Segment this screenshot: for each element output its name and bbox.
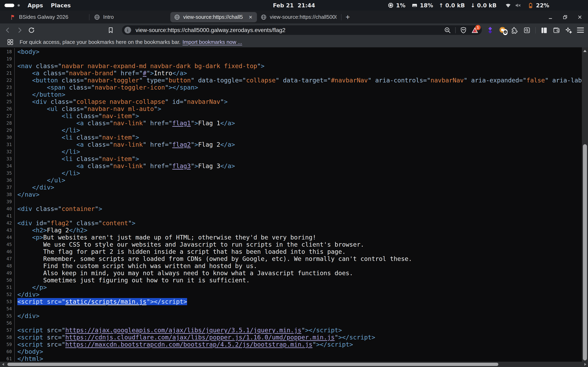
code-token: Sometimes just figuring out how to run i… <box>17 277 250 284</box>
code-line-44: 44 <p>But websites aren't just made up o… <box>0 234 588 241</box>
code-token: " <box>312 341 316 348</box>
memory-indicator[interactable]: 18% <box>411 2 433 9</box>
tab-intro[interactable]: Intro <box>90 12 170 22</box>
site-info-icon[interactable]: i <box>124 27 131 33</box>
scroll-up-arrow-icon[interactable] <box>583 50 587 52</box>
line-number: 40 <box>0 205 15 212</box>
workspace-dot[interactable] <box>17 4 20 7</box>
restore-button[interactable] <box>562 14 568 20</box>
code-link[interactable]: flag3 <box>172 162 191 169</box>
code-link[interactable]: https://ajax.googleapis.com/ajax/libs/jq… <box>65 327 302 334</box>
code-line-29: 29 </li> <box>0 127 588 134</box>
code-link[interactable]: flag1 <box>172 120 191 127</box>
menu-hamburger-icon[interactable] <box>577 27 584 33</box>
purple-gem-extension-icon[interactable] <box>486 26 494 34</box>
scroll-left-arrow-icon[interactable] <box>2 363 4 366</box>
clock[interactable]: Feb 21 21:44 <box>273 2 315 8</box>
address-bar[interactable]: i view-source:https://chall5000.galway.z… <box>122 25 482 35</box>
code-token: " href=" <box>143 141 172 148</box>
code-token: Flag 1 <box>198 120 220 127</box>
blocked-extension-icon[interactable] <box>499 26 506 34</box>
tab-separator <box>341 14 341 20</box>
battery-indicator[interactable]: 22% <box>527 2 549 9</box>
activities-pill[interactable] <box>4 4 14 7</box>
bookmark-icon[interactable] <box>107 26 114 34</box>
vertical-scrollbar-thumb[interactable] <box>583 144 587 360</box>
browser-toolbar: i view-source:https://chall5000.galway.z… <box>0 24 588 37</box>
code-token: </a> <box>220 120 235 127</box>
tab-close-icon[interactable]: × <box>249 14 252 20</box>
code-link[interactable]: https://cdnjs.cloudflare.com/ajax/libs/p… <box>65 334 335 341</box>
code-line-21: 21 <a class="navbar-brand" href="#">Intr… <box>0 70 588 77</box>
memory-percent: 18% <box>420 2 433 8</box>
net-up-indicator[interactable]: ↑ 0.0 kB <box>439 2 465 8</box>
vertical-scrollbar[interactable] <box>582 47 588 362</box>
back-button[interactable] <box>4 26 11 34</box>
cpu-indicator[interactable]: 1% <box>387 2 406 9</box>
system-tray[interactable]: 1% 18% ↑ 0.0 kB ↓ 0.0 kB 22% <box>384 2 549 9</box>
code-link[interactable]: https://maxcdn.bootstrapcdn.com/bootstra… <box>65 341 312 348</box>
net-down-indicator[interactable]: ↓ 0.0 kB <box>471 2 496 8</box>
close-window-icon[interactable] <box>577 14 583 20</box>
import-bookmarks-link[interactable]: Import bookmarks now ... <box>182 39 242 45</box>
reload-button[interactable] <box>28 26 35 34</box>
apps-grid-icon[interactable] <box>7 38 14 46</box>
code-line-46: 46 The flag for part 2 is hidden inside … <box>0 248 588 255</box>
line-number: 37 <box>0 184 15 191</box>
zoom-icon[interactable] <box>444 26 451 34</box>
urlbar-separator <box>455 27 456 33</box>
brave-shield-icon[interactable] <box>460 26 467 34</box>
code-line-31: 31 <a class="nav-link" href="flag2">Flag… <box>0 141 588 148</box>
code-link[interactable]: flag2 <box>172 141 191 148</box>
extensions-puzzle-icon[interactable] <box>511 26 519 34</box>
minimize-button[interactable] <box>548 14 553 20</box>
upload-arrow-icon: ↑ <box>439 2 444 8</box>
wifi-icon[interactable] <box>505 2 512 9</box>
line-number: 38 <box>0 191 15 198</box>
code-line-48: 48 Find the custom script which was writ… <box>0 262 588 269</box>
code-token: navbar-toggler <box>87 77 139 84</box>
code-token: navbarNav <box>187 98 220 105</box>
new-tab-button[interactable]: + <box>346 13 350 21</box>
code-line-58: 58<script src="https://cdnjs.cloudflare.… <box>0 334 588 341</box>
line-number: 25 <box>0 98 15 105</box>
horizontal-scrollbar-thumb[interactable] <box>7 363 498 366</box>
tab-view-source-active[interactable]: view-source:https://chall5 × <box>170 12 257 22</box>
code-link[interactable]: static/scripts/main.js <box>65 298 147 305</box>
menu-places[interactable]: Places <box>51 2 71 8</box>
code-token: class=" <box>62 77 87 84</box>
code-token: #navbarNav <box>331 77 368 84</box>
bookmarks-hint-text: For quick access, place your bookmarks h… <box>20 39 181 45</box>
code-line-24: 24 </button> <box>0 91 588 98</box>
tab-bsides[interactable]: BSides Galway 2026 <box>6 12 88 22</box>
code-token: > <box>224 98 227 105</box>
code-line-30: 30 <li class="nav-item"> <box>0 134 588 141</box>
code-token: </ul> <box>17 177 65 184</box>
code-link[interactable]: # <box>143 70 147 77</box>
code-token: <li <box>17 112 76 120</box>
code-token: class=" <box>76 155 102 162</box>
tab-view-source-2[interactable]: view-source:https://chall5000 <box>257 12 340 22</box>
code-token: " data-toggle=" <box>191 77 246 84</box>
horizontal-scrollbar[interactable] <box>0 362 588 367</box>
line-number: 44 <box>0 234 15 241</box>
code-token: <ul <box>17 105 62 112</box>
leo-ai-sparkles-icon[interactable] <box>565 26 572 34</box>
wallet-icon[interactable] <box>553 26 560 34</box>
view-source-content: 18<body>1920<nav class="navbar navbar-ex… <box>0 47 588 362</box>
sidebar-toggle-icon[interactable] <box>540 26 548 34</box>
forward-button[interactable] <box>16 26 23 34</box>
scroll-right-arrow-icon[interactable] <box>584 363 586 366</box>
battery-percent: 22% <box>536 2 549 8</box>
urlbar-actions: 1 <box>444 26 478 34</box>
code-token: <a <box>17 141 87 148</box>
code-token: " <box>191 141 194 148</box>
code-token: nav-link <box>113 141 143 148</box>
menu-apps[interactable]: Apps <box>27 2 43 8</box>
url-text[interactable]: view-source:https://chall5000.galway.zer… <box>136 27 444 33</box>
page-search-icon[interactable] <box>523 26 531 34</box>
brave-rewards-icon[interactable]: 1 <box>471 26 478 34</box>
muted-speaker-icon[interactable] <box>514 2 521 9</box>
code-token: <p> <box>17 234 43 241</box>
line-number: 18 <box>0 48 15 55</box>
